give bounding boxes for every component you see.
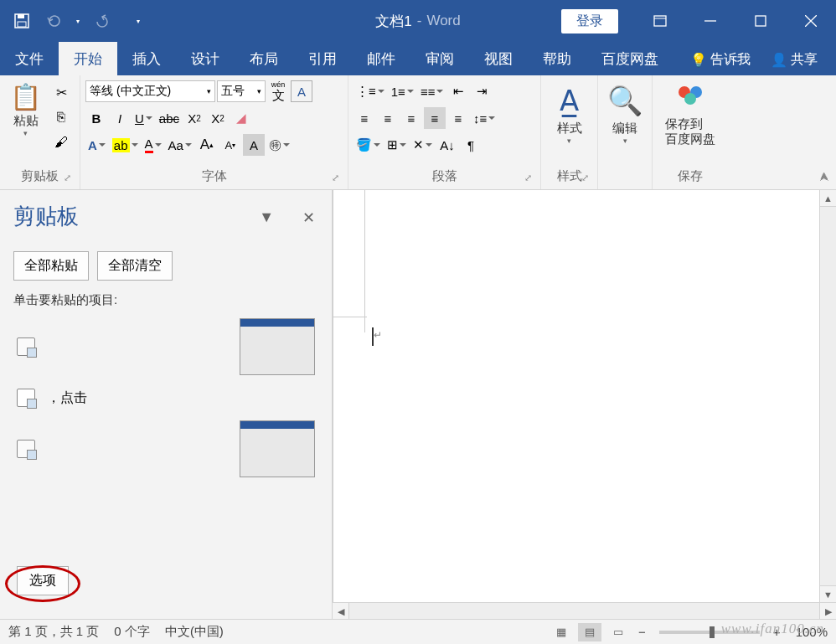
borders-button[interactable]: ⊞ bbox=[384, 134, 409, 156]
font-size-select[interactable]: 五号▾ bbox=[217, 80, 266, 102]
collapse-ribbon-icon[interactable]: ⮝ bbox=[819, 171, 829, 183]
editing-button[interactable]: 🔍 编辑 ▾ bbox=[597, 79, 653, 150]
horizontal-scrollbar[interactable]: ◀ ▶ bbox=[333, 602, 836, 619]
ribbon-display-options-icon[interactable] bbox=[635, 0, 685, 42]
print-layout-icon[interactable]: ▤ bbox=[578, 623, 601, 641]
minimize-icon[interactable] bbox=[685, 0, 735, 42]
subscript-button[interactable]: X2 bbox=[183, 107, 205, 129]
clip-item-3[interactable] bbox=[13, 417, 318, 481]
lightbulb-icon: 💡 bbox=[690, 52, 707, 68]
italic-button[interactable]: I bbox=[109, 107, 131, 129]
underline-button[interactable]: U bbox=[132, 107, 155, 129]
asian-layout-button[interactable]: ✕ bbox=[410, 134, 435, 156]
shading-button[interactable]: 🪣 bbox=[353, 134, 383, 156]
grow-font-button[interactable]: A▴ bbox=[196, 134, 218, 156]
pane-dropdown-icon[interactable]: ▼ bbox=[259, 209, 274, 227]
clear-format-icon[interactable]: ◢ bbox=[230, 107, 252, 129]
group-styles: A̲ 样式 ▾ 样式⤢ bbox=[541, 75, 598, 189]
login-button[interactable]: 登录 bbox=[561, 9, 618, 33]
qat-customize-dropdown-icon[interactable]: ▾ bbox=[131, 4, 146, 38]
strikethrough-button[interactable]: abc bbox=[157, 107, 182, 129]
scroll-up-icon[interactable]: ▲ bbox=[820, 190, 836, 207]
document-canvas[interactable]: ↵ bbox=[333, 190, 836, 602]
text-effects-button[interactable]: A bbox=[85, 134, 108, 156]
show-marks-button[interactable]: ¶ bbox=[460, 134, 482, 156]
maximize-icon[interactable] bbox=[735, 0, 786, 42]
numbering-button[interactable]: 1≡ bbox=[389, 80, 416, 102]
styles-launcher-icon[interactable]: ⤢ bbox=[579, 173, 591, 184]
change-case-button[interactable]: Aa bbox=[166, 134, 194, 156]
zoom-level-label[interactable]: 100% bbox=[796, 625, 828, 639]
word-count-label[interactable]: 0 个字 bbox=[114, 624, 150, 640]
tab-baidu[interactable]: 百度网盘 bbox=[586, 42, 673, 75]
paste-button[interactable]: 📋 粘贴 ▾ bbox=[5, 79, 46, 141]
scroll-down-icon[interactable]: ▼ bbox=[820, 585, 836, 602]
align-center-button[interactable]: ≡ bbox=[377, 107, 399, 129]
font-color-button[interactable]: A bbox=[142, 134, 164, 156]
tell-me-button[interactable]: 💡 告诉我 bbox=[680, 44, 761, 75]
font-launcher-icon[interactable]: ⤢ bbox=[329, 173, 341, 184]
clipboard-launcher-icon[interactable]: ⤢ bbox=[61, 173, 73, 184]
document-area: ↵ ▲ ▼ ◀ ▶ bbox=[333, 190, 836, 619]
font-name-select[interactable]: 等线 (中文正文)▾ bbox=[85, 80, 215, 102]
clip-image-icon bbox=[17, 440, 35, 458]
clear-all-button[interactable]: 全部清空 bbox=[97, 251, 173, 281]
tab-references[interactable]: 引用 bbox=[293, 42, 352, 75]
vertical-scrollbar[interactable]: ▲ ▼ bbox=[819, 190, 836, 602]
phonetic-guide-button[interactable]: wén文 bbox=[267, 80, 289, 102]
enclose-char-button[interactable]: ㊕ bbox=[266, 134, 292, 156]
shrink-font-button[interactable]: A▾ bbox=[219, 134, 241, 156]
share-button[interactable]: 👤 共享 bbox=[761, 44, 828, 75]
undo-icon[interactable] bbox=[39, 4, 69, 38]
sort-button[interactable]: A↓ bbox=[436, 134, 458, 156]
char-shading-button[interactable]: A bbox=[243, 134, 265, 156]
format-painter-icon[interactable]: 🖌 bbox=[51, 132, 71, 152]
superscript-button[interactable]: X2 bbox=[207, 107, 229, 129]
zoom-in-icon[interactable]: + bbox=[770, 625, 784, 639]
align-left-button[interactable]: ≡ bbox=[353, 107, 375, 129]
paste-all-button[interactable]: 全部粘贴 bbox=[13, 251, 89, 281]
scroll-left-icon[interactable]: ◀ bbox=[333, 603, 349, 619]
clip-item-2[interactable]: ，点击 bbox=[13, 385, 318, 410]
redo-icon[interactable] bbox=[87, 4, 117, 38]
language-label[interactable]: 中文(中国) bbox=[165, 624, 224, 640]
tab-file[interactable]: 文件 bbox=[0, 42, 59, 75]
justify-button[interactable]: ≡ bbox=[424, 107, 446, 129]
increase-indent-button[interactable]: ⇥ bbox=[471, 80, 493, 102]
bold-button[interactable]: B bbox=[85, 107, 107, 129]
paragraph-launcher-icon[interactable]: ⤢ bbox=[522, 173, 534, 184]
tab-mailings[interactable]: 邮件 bbox=[352, 42, 410, 75]
clip-item-1[interactable] bbox=[13, 315, 318, 379]
bullets-button[interactable]: ⋮≡ bbox=[353, 80, 387, 102]
save-icon[interactable] bbox=[7, 4, 37, 38]
highlight-button[interactable]: ab bbox=[110, 134, 141, 156]
styles-button[interactable]: A̲ 样式 ▾ bbox=[547, 79, 592, 150]
close-icon[interactable] bbox=[786, 0, 836, 42]
tab-home[interactable]: 开始 bbox=[59, 42, 117, 75]
cut-icon[interactable]: ✂ bbox=[51, 82, 71, 102]
options-button[interactable]: 选项 bbox=[17, 566, 69, 595]
distributed-button[interactable]: ≡ bbox=[447, 107, 469, 129]
tab-review[interactable]: 审阅 bbox=[410, 42, 469, 75]
tab-insert[interactable]: 插入 bbox=[117, 42, 176, 75]
decrease-indent-button[interactable]: ⇤ bbox=[447, 80, 469, 102]
save-to-baidu-button[interactable]: 保存到百度网盘 bbox=[660, 79, 720, 150]
zoom-slider[interactable] bbox=[659, 631, 760, 634]
pane-close-icon[interactable]: ✕ bbox=[302, 209, 315, 227]
page-count-label[interactable]: 第 1 页，共 1 页 bbox=[8, 624, 99, 640]
scroll-right-icon[interactable]: ▶ bbox=[819, 603, 836, 619]
read-mode-icon[interactable]: ▦ bbox=[550, 623, 573, 641]
align-right-button[interactable]: ≡ bbox=[400, 107, 422, 129]
zoom-out-icon[interactable]: − bbox=[635, 625, 649, 639]
char-border-button[interactable]: A bbox=[291, 80, 312, 102]
tab-design[interactable]: 设计 bbox=[176, 42, 235, 75]
multilevel-list-button[interactable]: ≡≡ bbox=[418, 80, 446, 102]
tab-view[interactable]: 视图 bbox=[469, 42, 528, 75]
tab-layout[interactable]: 布局 bbox=[235, 42, 293, 75]
svg-point-11 bbox=[684, 93, 696, 105]
copy-icon[interactable]: ⎘ bbox=[51, 107, 71, 127]
web-layout-icon[interactable]: ▭ bbox=[606, 623, 630, 641]
tab-help[interactable]: 帮助 bbox=[528, 42, 586, 75]
undo-dropdown-icon[interactable]: ▾ bbox=[70, 4, 85, 38]
line-spacing-button[interactable]: ↕≡ bbox=[471, 107, 498, 129]
